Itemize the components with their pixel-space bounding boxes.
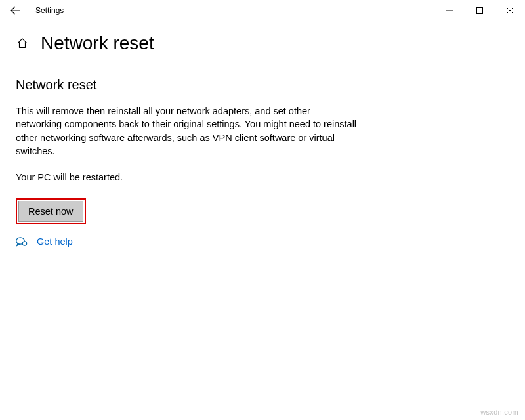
content-area: Network reset This will remove then rein… [0, 54, 420, 247]
app-title: Settings [35, 6, 64, 15]
back-arrow-icon [10, 5, 21, 16]
titlebar: Settings [0, 0, 525, 21]
minimize-icon [446, 7, 453, 14]
maximize-button[interactable] [465, 0, 495, 21]
home-icon-svg [16, 37, 28, 49]
svg-rect-0 [477, 8, 483, 14]
window-controls [434, 0, 525, 21]
svg-point-2 [22, 242, 26, 245]
page-title: Network reset [41, 33, 154, 54]
back-button[interactable] [5, 0, 26, 21]
page-header: Network reset [0, 21, 525, 54]
close-button[interactable] [495, 0, 525, 21]
reset-button-highlight: Reset now [16, 198, 86, 224]
section-title: Network reset [16, 77, 404, 93]
restart-note: Your PC will be restarted. [16, 172, 404, 182]
minimize-button[interactable] [434, 0, 465, 21]
get-help-icon [16, 236, 28, 247]
description-text: This will remove then reinstall all your… [16, 104, 357, 158]
get-help-link[interactable]: Get help [37, 236, 73, 247]
watermark: wsxdn.com [480, 408, 518, 416]
get-help-row: Get help [16, 236, 404, 247]
close-icon [507, 7, 513, 14]
home-icon[interactable] [16, 37, 29, 50]
reset-now-button[interactable]: Reset now [18, 201, 83, 222]
maximize-icon [476, 7, 483, 14]
